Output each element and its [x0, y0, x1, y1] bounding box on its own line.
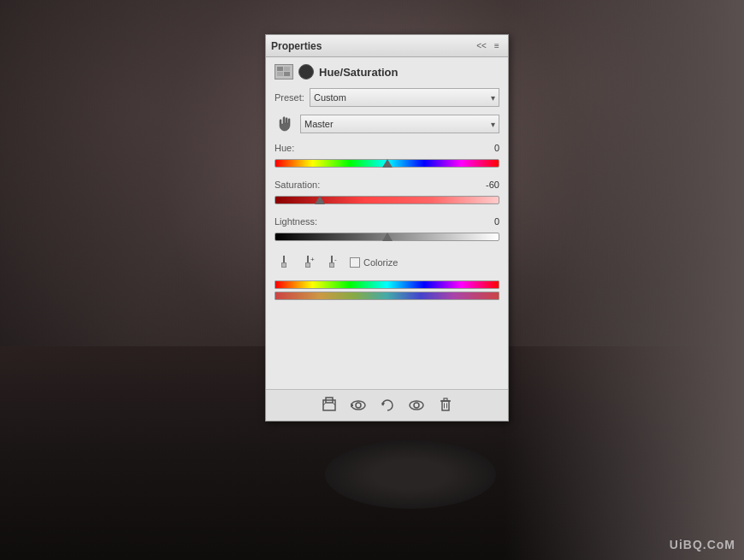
- channel-arrow: ▾: [491, 120, 495, 129]
- channel-row: Master ▾: [275, 114, 499, 134]
- panel-toolbar: [266, 389, 508, 421]
- svg-rect-3: [284, 72, 290, 76]
- hue-thumb[interactable]: [382, 159, 393, 169]
- view-previous-btn[interactable]: [348, 395, 369, 416]
- adjustment-layer-icon: [275, 64, 293, 80]
- light-value: 0: [474, 216, 499, 227]
- panel-title: Properties: [271, 40, 322, 52]
- channel-value: Master: [304, 119, 334, 129]
- svg-rect-27: [444, 398, 447, 401]
- sat-slider-header: Saturation: -60: [275, 180, 499, 190]
- panel-content: Hue/Saturation Preset: Custom ▾ Master ▾: [266, 57, 508, 389]
- sat-value: -60: [474, 180, 499, 190]
- panel-menu-btn[interactable]: ≡: [491, 40, 503, 52]
- hs-title: Hue/Saturation: [319, 66, 398, 79]
- puddle: [325, 440, 496, 509]
- colorize-label: Colorize: [363, 257, 398, 268]
- light-thumb[interactable]: [382, 233, 393, 243]
- light-slider-container[interactable]: [275, 229, 499, 245]
- panel-titlebar: Properties << ≡: [266, 35, 508, 57]
- svg-rect-13: [330, 263, 334, 267]
- eyedropper-add-btn[interactable]: +: [298, 253, 317, 272]
- panel-title-controls: << ≡: [475, 40, 503, 52]
- panel-empty-area: [275, 305, 499, 382]
- sat-thumb[interactable]: [315, 196, 325, 206]
- hue-track[interactable]: [275, 159, 499, 168]
- panel-collapse-btn[interactable]: <<: [475, 40, 487, 52]
- color-bar-desaturated: [275, 292, 499, 300]
- svg-text:-: -: [334, 256, 337, 263]
- hue-slider-header: Hue: 0: [275, 143, 499, 153]
- svg-rect-9: [306, 263, 310, 267]
- tools-row: + - Colorize: [275, 253, 499, 272]
- visibility-btn[interactable]: [406, 395, 427, 416]
- eyedropper-sample-btn[interactable]: [275, 253, 293, 272]
- channel-select[interactable]: Master ▾: [300, 115, 499, 133]
- hs-header: Hue/Saturation: [275, 64, 499, 80]
- svg-text:+: +: [310, 256, 315, 263]
- preset-label: Preset:: [275, 92, 304, 103]
- light-slider-row: Lightness: 0: [275, 216, 499, 245]
- reset-btn[interactable]: [377, 395, 398, 416]
- hue-slider-row: Hue: 0: [275, 143, 499, 171]
- svg-point-20: [356, 403, 361, 408]
- light-track[interactable]: [275, 233, 499, 241]
- sat-slider-container[interactable]: [275, 192, 499, 208]
- color-bar-rainbow: [275, 280, 499, 289]
- color-bars: [275, 280, 499, 300]
- delete-btn[interactable]: [435, 395, 456, 416]
- hue-value: 0: [474, 143, 499, 153]
- bg-wall-right: [505, 0, 744, 560]
- hue-sat-circle-icon: [298, 64, 314, 80]
- colorize-checkbox-group[interactable]: Colorize: [350, 257, 398, 268]
- sat-slider-row: Saturation: -60: [275, 180, 499, 208]
- properties-panel: Properties << ≡ Hue/Saturation Preset:: [265, 34, 509, 421]
- svg-rect-25: [442, 401, 449, 410]
- eyedropper-subtract-btn[interactable]: -: [322, 253, 341, 272]
- svg-rect-1: [284, 67, 290, 71]
- colorize-checkbox[interactable]: [350, 257, 360, 268]
- svg-rect-6: [282, 263, 286, 267]
- svg-rect-15: [323, 400, 335, 410]
- light-slider-header: Lightness: 0: [275, 216, 499, 227]
- svg-point-24: [414, 403, 419, 408]
- hue-slider-container[interactable]: [275, 156, 499, 171]
- sat-track[interactable]: [275, 196, 499, 204]
- sat-label: Saturation:: [275, 180, 320, 190]
- hand-tool-icon[interactable]: [275, 114, 295, 134]
- watermark: UiBQ.CoM: [670, 538, 735, 551]
- preset-row: Preset: Custom ▾: [275, 88, 499, 107]
- svg-rect-0: [277, 67, 283, 71]
- preset-arrow: ▾: [491, 93, 495, 103]
- light-label: Lightness:: [275, 216, 317, 227]
- hue-label: Hue:: [275, 143, 294, 153]
- clip-to-layer-btn[interactable]: [319, 395, 340, 416]
- preset-value: Custom: [314, 92, 346, 103]
- preset-select[interactable]: Custom ▾: [310, 88, 499, 107]
- svg-rect-2: [277, 72, 283, 76]
